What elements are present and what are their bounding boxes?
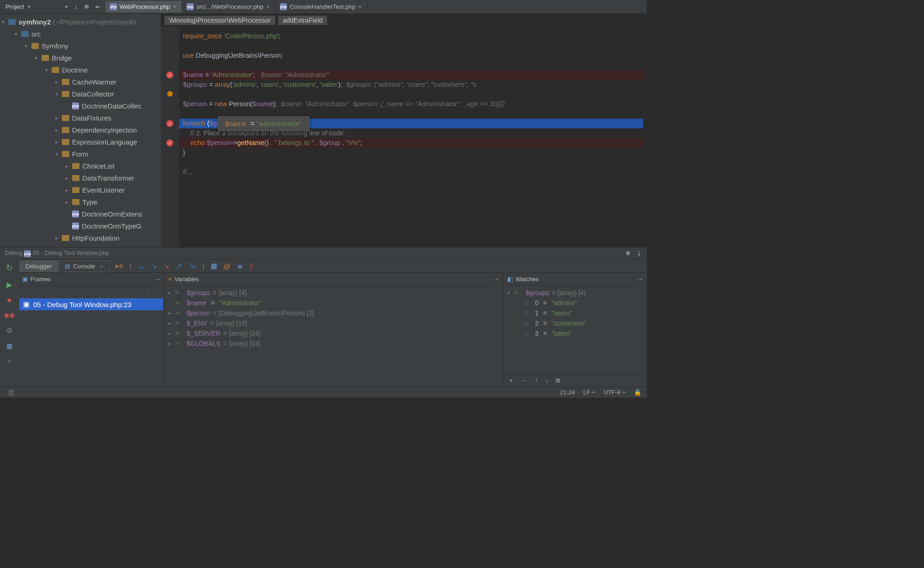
tree-item[interactable]: ▾Doctrine [0,64,161,76]
collapse-icon[interactable]: ↕ [74,3,78,10]
variable-row[interactable]: ▸⦙≡$groups = {array} [4] [165,288,502,298]
stop-icon[interactable]: ■ [7,296,11,304]
editor-tab[interactable]: phpConsoleHandlerTest.php× [275,1,367,12]
breadcrumb-namespace[interactable]: \Monolog\Processor\WebProcessor [164,16,275,25]
variable-row[interactable]: ▸⦙≡$_ENV = {array} [15] [165,318,502,328]
watch-child-row[interactable]: ⬚3 = "sales" [505,328,646,338]
tree-twisty-icon[interactable]: ▸ [54,127,59,133]
tree-item[interactable]: ▾Symfony [0,40,161,52]
tree-item[interactable]: ▾symfony2 (~/PhpstormProjects/symfo [0,16,161,28]
resume-icon[interactable]: ▶ [6,280,12,289]
at-icon[interactable]: @ [224,262,231,270]
tree-twisty-icon[interactable]: ▾ [54,91,59,97]
code-editor[interactable]: require_once 'Code/Person.php'; use Debu… [179,27,647,247]
copy-watch-icon[interactable]: ⧉ [556,377,560,384]
evaluate-icon[interactable]: ▦ [211,262,217,270]
frame-up-icon[interactable]: ↑ [146,290,149,296]
close-icon[interactable]: × [173,4,176,10]
tree-item[interactable]: ▾Form [0,148,161,160]
tree-item[interactable]: phpDoctrineOrmTypeG [0,220,161,232]
more-icon[interactable]: » [7,357,11,364]
tree-item[interactable]: ▸ExpressionLanguage [0,136,161,148]
variable-row[interactable]: ▸⦙≡$GLOBALS = {array} [14] [165,338,502,349]
tree-item[interactable]: ▸DataFixtures [0,112,161,124]
tree-twisty-icon[interactable]: ▸ [64,199,69,205]
gear-icon[interactable]: ✻ [626,250,631,257]
lock-icon[interactable]: 🔒 [634,389,641,396]
tab-console[interactable]: ▤Console→ [59,260,110,272]
show-execution-icon[interactable]: ▸≡ [116,262,123,270]
project-view-combo[interactable]: Project ▼ [3,2,34,12]
tree-twisty-icon[interactable]: ▾ [43,67,49,73]
file-encoding[interactable]: UTF-8 ÷ [603,389,626,396]
variables-hide-icon[interactable]: → [493,276,499,283]
tree-twisty-icon[interactable]: ▸ [64,163,69,169]
tree-item[interactable]: ▾Bridge [0,52,161,64]
breadcrumb-method[interactable]: addExtraField [278,16,327,25]
watch-row[interactable]: ▾⦙≡$groups = {array} [4] [505,288,646,298]
tree-item[interactable]: ▸EventListener [0,184,161,196]
frames-hide-icon[interactable]: → [154,276,160,283]
tree-twisty-icon[interactable]: ▾ [54,151,59,157]
tree-twisty-icon[interactable]: ▾ [13,31,18,36]
breakpoint-icon[interactable] [166,72,173,79]
step-over-icon[interactable]: ⭟ [138,262,145,270]
run-to-cursor-icon[interactable]: ↘I [188,261,196,271]
variable-row[interactable]: ▸⦙≡$_SERVER = {array} [24] [165,328,502,338]
add-watch-icon[interactable]: ＋ [508,376,514,385]
variable-row[interactable]: ⦙≡$name="Administrator" [165,298,502,308]
sort-icon[interactable]: ≣ [237,262,243,270]
pin-icon[interactable]: ▯ [249,262,253,270]
mute-icon[interactable]: ⊘ [6,326,12,335]
tree-twisty-icon[interactable]: ▾ [23,43,29,48]
tree-item[interactable]: ▸HttpFoundation [0,232,161,244]
watch-child-row[interactable]: ⬚0 = "admins" [505,298,646,308]
close-icon[interactable]: × [266,4,269,10]
tree-item[interactable]: ▸DataTransformer [0,172,161,184]
tool-window-toggle-icon[interactable]: ◫ [6,389,14,396]
tree-item[interactable]: ▸Type [0,196,161,208]
watch-child-row[interactable]: ⬚2 = "customers" [505,318,646,328]
breakpoint-icon[interactable] [166,120,173,127]
tree-item[interactable]: ▾src [0,28,161,40]
watch-up-icon[interactable]: ↑ [535,377,538,384]
line-separator[interactable]: LF ÷ [583,389,595,396]
tree-twisty-icon[interactable]: ▸ [54,236,59,241]
tree-twisty-icon[interactable]: ▸ [54,115,59,121]
watches-hide-icon[interactable]: → [637,276,643,283]
tree-item[interactable]: phpDoctrineDataCollec [0,100,161,112]
tree-twisty-icon[interactable]: ▾ [0,19,6,24]
caret-position[interactable]: 21:24 [560,389,575,396]
editor-tab[interactable]: phpsrc/.../WebProcessor.php× [182,1,275,12]
step-into-icon[interactable]: ↘ [151,262,157,270]
watch-child-row[interactable]: ⬚1 = "users" [505,308,646,318]
tree-twisty-icon[interactable]: ▾ [33,55,39,60]
editor-gutter[interactable] [161,27,179,247]
rerun-icon[interactable]: ↻ [6,263,13,273]
tree-twisty-icon[interactable]: ▸ [64,187,69,193]
editor-tab[interactable]: phpWebProcessor.php× [105,1,182,12]
gear-icon[interactable]: ✻ [84,3,89,10]
tree-item[interactable]: ▾DataCollector [0,88,161,100]
locate-icon[interactable]: ⌖ [65,3,68,11]
intention-bulb-icon[interactable] [167,91,173,97]
step-out-icon[interactable]: ↗ [176,262,182,270]
tree-item[interactable]: ▸ChoiceList [0,160,161,172]
tree-item[interactable]: phpDoctrineOrmExtens [0,208,161,220]
frame-down-icon[interactable]: ↓ [156,290,159,296]
tree-item[interactable]: ▸DependencyInjection [0,124,161,136]
close-icon[interactable]: × [359,4,362,10]
watch-down-icon[interactable]: ↓ [546,377,549,384]
tree-twisty-icon[interactable]: ▸ [54,79,59,85]
tree-twisty-icon[interactable]: ▸ [64,175,69,181]
stack-frame[interactable]: ▣ 05 - Debug Tool Window.php:23 [19,298,163,310]
tree-item[interactable]: ▸CacheWarmer [0,76,161,88]
download-icon[interactable]: ⭳ [636,250,642,257]
force-step-into-icon[interactable]: ↘ [164,262,170,270]
breakpoint-icon[interactable] [166,139,173,146]
tab-debugger[interactable]: Debugger [19,260,58,272]
breakpoints-icon[interactable]: ◉◉ [4,311,15,319]
layout-icon[interactable]: ▦ [6,342,12,350]
tree-twisty-icon[interactable]: ▸ [54,139,59,145]
variable-row[interactable]: ▸⦙≡$person = {Debugging\JetBrains\Person… [165,308,502,318]
